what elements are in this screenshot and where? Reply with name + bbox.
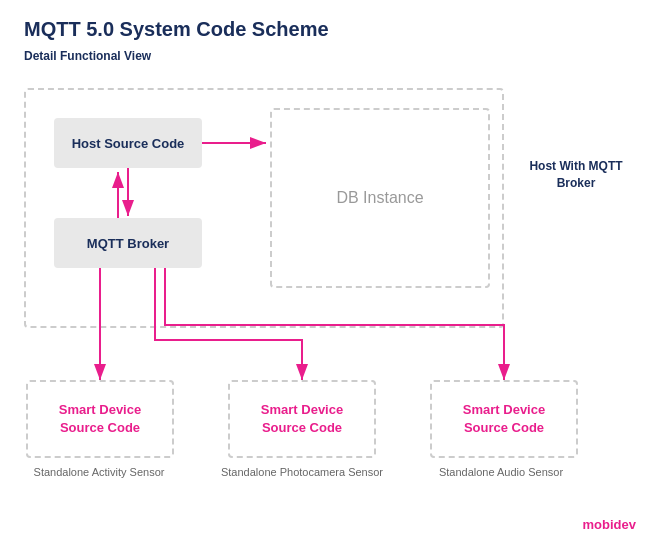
smart-device-box-2: Smart DeviceSource Code [228, 380, 376, 458]
mqtt-broker-label: MQTT Broker [87, 236, 169, 251]
smart-device-label-2: Smart DeviceSource Code [261, 401, 343, 437]
logo-text: mobidev [583, 517, 636, 532]
mqtt-broker-box: MQTT Broker [54, 218, 202, 268]
host-source-code-box: Host Source Code [54, 118, 202, 168]
smart-device-label-1: Smart DeviceSource Code [59, 401, 141, 437]
sensor-label-1: Standalone Activity Sensor [14, 466, 184, 478]
host-with-mqtt-label: Host With MQTT Broker [516, 158, 636, 192]
page: MQTT 5.0 System Code Scheme Detail Funct… [0, 0, 660, 544]
db-instance-box: DB Instance [270, 108, 490, 288]
smart-device-box-1: Smart DeviceSource Code [26, 380, 174, 458]
smart-device-label-3: Smart DeviceSource Code [463, 401, 545, 437]
db-instance-label: DB Instance [336, 189, 423, 207]
mobidev-logo: mobidev [583, 517, 636, 532]
logo-accent: dev [614, 517, 636, 532]
subtitle: Detail Functional View [24, 49, 636, 63]
sensor-label-2: Standalone Photocamera Sensor [202, 466, 402, 478]
sensor-label-3: Standalone Audio Sensor [416, 466, 586, 478]
host-source-code-label: Host Source Code [72, 136, 185, 151]
smart-device-box-3: Smart DeviceSource Code [430, 380, 578, 458]
main-title: MQTT 5.0 System Code Scheme [24, 18, 636, 41]
